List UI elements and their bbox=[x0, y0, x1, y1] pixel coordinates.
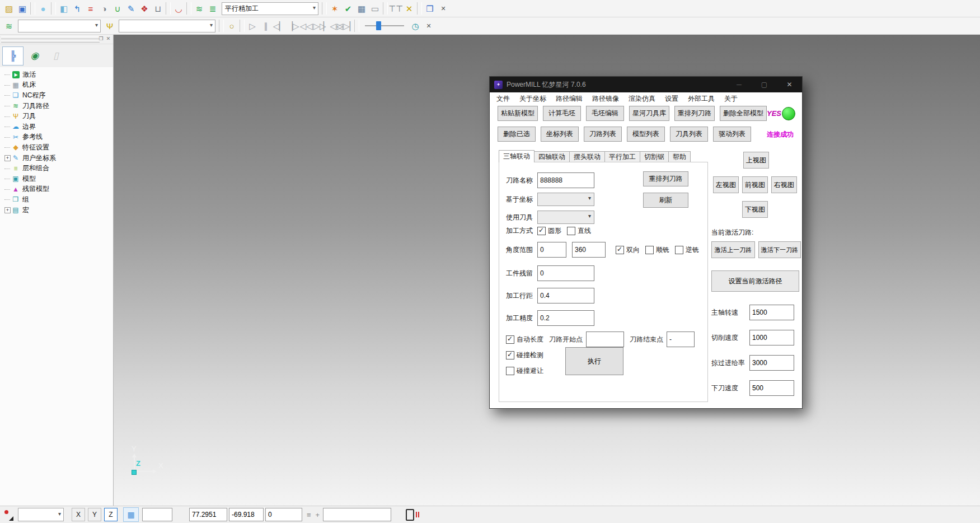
play-icon[interactable]: ▷ bbox=[246, 19, 259, 32]
delete-selected-button[interactable]: 删除已选 bbox=[498, 127, 536, 142]
view-left-button[interactable]: 左视图 bbox=[713, 176, 739, 193]
execute-button[interactable]: 执行 bbox=[565, 347, 623, 375]
toolpath-icon[interactable]: ≋ bbox=[193, 2, 206, 15]
checkbox-linear[interactable]: 直线 bbox=[567, 226, 597, 236]
expand-icon[interactable] bbox=[3, 155, 11, 161]
close-panel-icon[interactable] bbox=[105, 35, 111, 42]
paste-new-model-button[interactable]: 粘贴新模型 bbox=[498, 106, 538, 121]
menu-about-coords[interactable]: 关于坐标 bbox=[519, 94, 546, 104]
collision-check-checkbox[interactable] bbox=[506, 351, 514, 359]
delete-all-models-button[interactable]: 删除全部模型 bbox=[720, 106, 767, 121]
workplane-dropdown[interactable] bbox=[18, 508, 64, 521]
panel-grip[interactable] bbox=[0, 35, 113, 44]
tree-item-tools[interactable]: Ψ刀具 bbox=[3, 111, 113, 122]
menu-render-sim[interactable]: 渲染仿真 bbox=[629, 94, 655, 104]
open-project-icon[interactable]: ▨ bbox=[2, 2, 16, 15]
tree-item-stock-models[interactable]: ▲残留模型 bbox=[3, 184, 113, 195]
float-panel-icon[interactable] bbox=[98, 35, 104, 42]
menu-external-tools[interactable]: 外部工具 bbox=[688, 94, 715, 104]
save-project-icon[interactable]: ▣ bbox=[16, 2, 29, 15]
minimize-button[interactable] bbox=[726, 77, 752, 92]
tree-item-toolpaths[interactable]: ≋刀具路径 bbox=[3, 101, 113, 111]
tab-help[interactable]: 帮助 bbox=[668, 151, 691, 162]
tree-item-groups[interactable]: ❒组 bbox=[3, 194, 113, 205]
collision-check-icon[interactable]: ✶ bbox=[328, 2, 341, 15]
reorder-toolpaths-inner-button[interactable]: 重排列刀路 bbox=[643, 171, 688, 186]
strategy-list-icon[interactable]: ≣ bbox=[206, 2, 219, 15]
menu-file[interactable]: 文件 bbox=[496, 94, 510, 104]
tool-contact-icon[interactable]: ◡ bbox=[172, 2, 185, 15]
leads-links-icon[interactable]: ∪ bbox=[111, 2, 124, 15]
calculator-icon[interactable]: ▦ bbox=[355, 2, 368, 15]
angle-to-input[interactable] bbox=[572, 242, 606, 258]
feed-rate-icon[interactable]: ≡ bbox=[84, 2, 97, 15]
tab-4axis[interactable]: 四轴联动 bbox=[534, 151, 570, 162]
spindle-speed-input[interactable] bbox=[749, 305, 794, 320]
explorer-world-tab[interactable] bbox=[25, 46, 45, 64]
tree-item-machine-tool[interactable]: ▦机床 bbox=[3, 80, 113, 91]
step-back-icon[interactable]: ◁▏ bbox=[273, 19, 286, 32]
grid-size-input[interactable] bbox=[142, 508, 172, 521]
activate-prev-toolpath-button[interactable]: 激活上一刀路 bbox=[711, 241, 755, 258]
view-top-button[interactable]: 上视图 bbox=[743, 152, 769, 169]
blank-model-icon[interactable]: ● bbox=[36, 2, 50, 15]
tool-holder-icon[interactable]: ⊔ bbox=[151, 2, 165, 15]
plunge-speed-input[interactable] bbox=[749, 380, 794, 396]
tool-database-icon[interactable]: ◑ bbox=[97, 2, 111, 15]
maximize-button[interactable] bbox=[752, 77, 777, 92]
stock-remain-input[interactable] bbox=[537, 265, 594, 281]
checkbox-climb[interactable]: 顺铣 bbox=[645, 245, 675, 255]
base-coord-dropdown[interactable] bbox=[537, 193, 594, 206]
end-point-input[interactable] bbox=[667, 331, 695, 347]
coordinate-z-input[interactable] bbox=[265, 508, 302, 521]
drive-list-button[interactable]: 驱动列表 bbox=[713, 127, 751, 142]
auto-length-checkbox[interactable] bbox=[506, 335, 514, 344]
go-end-icon[interactable]: ▷▷▏ bbox=[340, 19, 353, 32]
skim-feed-input[interactable] bbox=[749, 355, 794, 371]
coordinate-x-input[interactable] bbox=[189, 508, 227, 521]
main-toolbar-close-icon[interactable]: ✕ bbox=[438, 3, 448, 13]
compute-stock-button[interactable]: 计算毛坯 bbox=[543, 106, 581, 121]
tree-item-macros[interactable]: ▤宏 bbox=[3, 205, 113, 216]
expand-icon[interactable] bbox=[3, 207, 11, 213]
tools-icon[interactable]: Ψ bbox=[103, 19, 116, 32]
menu-path-edit[interactable]: 路径编辑 bbox=[556, 94, 583, 104]
set-active-path-button[interactable]: 设置当前激活路径 bbox=[711, 270, 799, 292]
close-button[interactable] bbox=[777, 77, 802, 92]
tab-cut-saw[interactable]: 切割锯 bbox=[640, 151, 669, 162]
levels-cubes-icon[interactable]: ❒ bbox=[423, 2, 437, 15]
tree-item-boundaries[interactable]: ☁边界 bbox=[3, 122, 113, 132]
menu-path-mirror[interactable]: 路径镜像 bbox=[592, 94, 619, 104]
reorder-toolpaths-button[interactable]: 重排列刀路 bbox=[674, 106, 715, 121]
checkbox-circular[interactable] bbox=[537, 227, 546, 235]
rewind-icon[interactable]: ◁◁ bbox=[299, 19, 313, 32]
toolpath-icon[interactable]: ≋ bbox=[2, 19, 16, 32]
tab-parallel[interactable]: 平行加工 bbox=[604, 151, 640, 162]
tree-item-levels-sets[interactable]: ≡层和组合 bbox=[3, 163, 113, 174]
tree-item-patterns[interactable]: ✂参考线 bbox=[3, 132, 113, 143]
start-point-input[interactable] bbox=[586, 331, 624, 347]
checkbox-climb[interactable] bbox=[645, 246, 654, 254]
toolpath-select-dropdown[interactable] bbox=[18, 20, 101, 32]
tree-item-nc-programs[interactable]: ❏NC程序 bbox=[3, 90, 113, 101]
dialog-titlebar[interactable]: PowerMILL 忆梦星河 7.0.6 bbox=[490, 77, 802, 92]
activate-next-toolpath-button[interactable]: 激活下一刀路 bbox=[758, 241, 801, 258]
simulation-speed-slider[interactable] bbox=[365, 21, 404, 31]
stepover-input[interactable] bbox=[537, 288, 594, 303]
view-bottom-button[interactable]: 下视图 bbox=[742, 201, 768, 218]
tool-change-icon[interactable]: ⊤⊤ bbox=[389, 2, 402, 15]
tree-item-activate[interactable]: ▶激活 bbox=[3, 69, 113, 80]
lightbulb-icon[interactable]: ○ bbox=[225, 19, 238, 32]
cutting-speed-input[interactable] bbox=[749, 330, 794, 345]
stock-edit-button[interactable]: 毛坯编辑 bbox=[586, 106, 624, 121]
tool-list-button[interactable]: 刀具列表 bbox=[670, 127, 708, 142]
coordinate-list-button[interactable]: 坐标列表 bbox=[541, 127, 579, 142]
tolerance-input[interactable] bbox=[537, 310, 594, 326]
toolpath-edit-icon[interactable]: ✎ bbox=[124, 2, 138, 15]
use-tool-dropdown[interactable] bbox=[537, 211, 594, 224]
step-forward-icon[interactable]: ▕▷ bbox=[286, 19, 299, 32]
angle-from-input[interactable] bbox=[537, 242, 566, 258]
menu-about[interactable]: 关于 bbox=[724, 94, 738, 104]
tab-swivel-head[interactable]: 摆头联动 bbox=[569, 151, 605, 162]
tolerance-status-input[interactable] bbox=[323, 508, 391, 521]
